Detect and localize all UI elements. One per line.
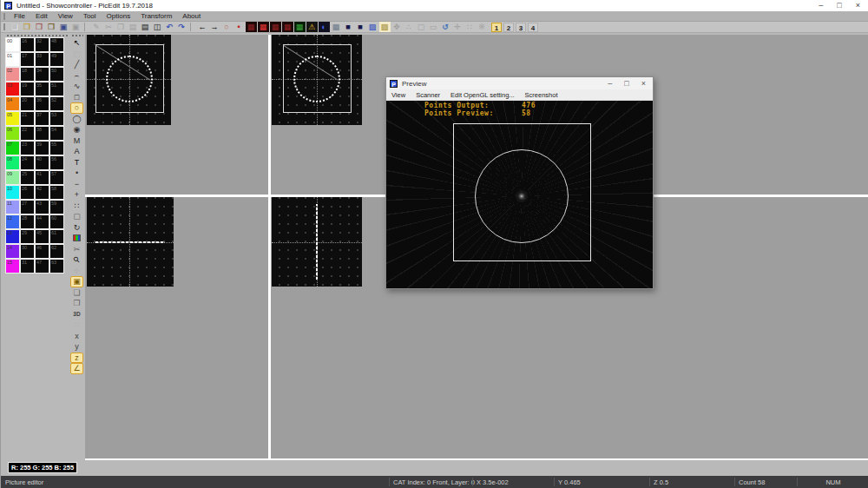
palette-cell-09[interactable]: 09 (5, 170, 20, 185)
open-file-button[interactable]: ❐ (22, 22, 33, 32)
preview-title-bar[interactable]: P Preview – □ × (386, 77, 653, 89)
palette-cell-49[interactable]: 49 (49, 52, 64, 67)
viewport-3-canvas[interactable] (87, 197, 174, 287)
select-tool-button[interactable]: ↖ (70, 37, 83, 49)
arc-tool-button[interactable]: ⌢ (70, 70, 83, 82)
palette-cell-26[interactable]: 26 (20, 185, 35, 200)
palette-cell-58[interactable]: 58 (49, 185, 64, 200)
palette-cell-01[interactable]: 01 (5, 52, 20, 67)
preview-canvas[interactable]: Points Output:476 Points Preview:58 (386, 101, 653, 288)
select-poly-button[interactable]: ▭ (428, 22, 439, 32)
palette-cell-03[interactable]: 03 (5, 82, 20, 96)
menu-grip[interactable] (3, 13, 6, 20)
preview-close-button[interactable]: × (641, 77, 646, 89)
palette-cell-46[interactable]: 46 (35, 244, 49, 259)
palette-cell-50[interactable]: 50 (49, 67, 64, 82)
palette-cell-13[interactable]: 13 (5, 229, 20, 244)
save-button[interactable]: ▣ (58, 22, 69, 32)
palette-cell-34[interactable]: 34 (35, 67, 49, 82)
palette-cell-12[interactable]: 12 (5, 214, 20, 229)
delete-point-tool-button[interactable]: − (70, 179, 83, 190)
palette-cell-39[interactable]: 39 (35, 141, 49, 155)
copy-frame-tool-button[interactable]: ❏ (70, 287, 83, 299)
grid-settings-button[interactable]: ▦ (331, 22, 342, 32)
palette-page-4-button[interactable]: 4 (528, 23, 538, 32)
palette-drag-handle[interactable] (6, 33, 69, 36)
point-tool-button[interactable]: • (70, 168, 83, 179)
snap-a-button[interactable]: ✛ (452, 22, 464, 32)
minimize-button[interactable]: – (819, 0, 823, 11)
palette-cell-36[interactable]: 36 (35, 96, 49, 111)
palette-cell-14[interactable]: 14 (5, 244, 20, 259)
frame-grid-1-button[interactable]: ▦ (246, 22, 257, 32)
palette-cell-29[interactable]: 29 (20, 229, 35, 244)
palette-cell-05[interactable]: 05 (5, 111, 20, 126)
preview-menu-view[interactable]: View (386, 89, 411, 101)
palette-cell-57[interactable]: 57 (49, 170, 64, 185)
x-rotate-tool-button[interactable]: x (70, 331, 83, 342)
palette-cell-07[interactable]: 07 (5, 141, 20, 155)
palette-cell-51[interactable]: 51 (49, 82, 64, 96)
cut-button[interactable]: ✂ (103, 22, 115, 32)
palette-cell-16[interactable]: 16 (20, 37, 35, 52)
open-catalog-button[interactable]: ❐ (46, 22, 57, 32)
palette-cell-22[interactable]: 22 (20, 126, 35, 141)
snap-c-button[interactable]: ※ (477, 22, 488, 32)
toolbar-grip[interactable] (3, 23, 6, 30)
palette-cell-42[interactable]: 42 (35, 185, 49, 200)
angle-tool-button[interactable]: ∠ (70, 363, 83, 374)
palette-cell-53[interactable]: 53 (49, 111, 64, 126)
blank-navy-1-button[interactable]: ■ (343, 22, 354, 32)
palette-cell-44[interactable]: 44 (35, 214, 49, 229)
palette-cell-37[interactable]: 37 (35, 111, 49, 126)
palette-cell-00[interactable]: 00 (5, 37, 20, 52)
point-red-button[interactable]: • (233, 22, 245, 32)
palette-cell-60[interactable]: 60 (49, 214, 64, 229)
palette-cell-11[interactable]: 11 (5, 200, 20, 214)
preview-menu-edit-opengl-setting[interactable]: Edit OpenGL setting... (445, 89, 520, 101)
line-tool-button[interactable]: ╱ (70, 59, 83, 70)
palette-cell-20[interactable]: 20 (20, 96, 35, 111)
frame-grid-4-button[interactable]: ▦ (282, 22, 293, 32)
paste-button[interactable]: ▤ (128, 22, 139, 32)
snap-grid-tool-button[interactable]: ∷ (70, 320, 83, 331)
palette-cell-23[interactable]: 23 (20, 141, 35, 155)
preview-moon-button[interactable]: ◐ (319, 22, 330, 32)
palette-cell-32[interactable]: 32 (35, 37, 49, 52)
palette-cell-30[interactable]: 30 (20, 244, 35, 259)
palette-cell-45[interactable]: 45 (35, 229, 49, 244)
palette-cell-28[interactable]: 28 (20, 214, 35, 229)
palette-cell-04[interactable]: 04 (5, 96, 20, 111)
undo-button[interactable]: ↶ (164, 22, 175, 32)
menu-transform[interactable]: Transform (135, 11, 177, 22)
lasso-tool-button[interactable]: ✂ (70, 244, 83, 255)
redo-button[interactable]: ↷ (176, 22, 187, 32)
print-button[interactable]: ▤ (140, 22, 151, 32)
frame-grid-green-button[interactable]: ▦ (294, 22, 306, 32)
blank-navy-2-button[interactable]: ■ (355, 22, 366, 32)
frame-box-tool-button[interactable]: ▣ (70, 276, 83, 287)
print-preview-button[interactable]: ◫ (152, 22, 163, 32)
palette-cell-27[interactable]: 27 (20, 200, 35, 214)
palette-cell-18[interactable]: 18 (20, 67, 35, 82)
menu-file[interactable]: File (9, 11, 30, 22)
menu-tool[interactable]: Tool (78, 11, 102, 22)
palette-cell-54[interactable]: 54 (49, 126, 64, 141)
copy-button[interactable]: ❐ (115, 22, 127, 32)
maximize-button[interactable]: □ (837, 0, 841, 11)
pick-tool-button[interactable]: ▢ (70, 49, 83, 60)
anchor-points-button[interactable]: ∴ (404, 22, 415, 32)
bottom-splitter[interactable] (85, 458, 868, 460)
hatch-blue-button[interactable]: ▨ (367, 22, 378, 32)
move-point-tool-button[interactable]: ∷ (70, 201, 83, 212)
palette-page-1-button[interactable]: 1 (491, 23, 502, 32)
ellipse-tool-button[interactable]: ◯ (70, 114, 83, 125)
palette-cell-10[interactable]: 10 (5, 185, 20, 200)
menu-about[interactable]: About (177, 11, 206, 22)
palette-cell-31[interactable]: 31 (20, 259, 35, 274)
palette-cell-21[interactable]: 21 (20, 111, 35, 126)
title-bar[interactable]: P Untitled - Showcontroller - PicEdit 19… (1, 0, 868, 11)
viewport-1-canvas[interactable] (87, 35, 171, 125)
ilda-colors-tool-button[interactable] (70, 233, 83, 244)
snap-b-button[interactable]: ∷ (464, 22, 476, 32)
